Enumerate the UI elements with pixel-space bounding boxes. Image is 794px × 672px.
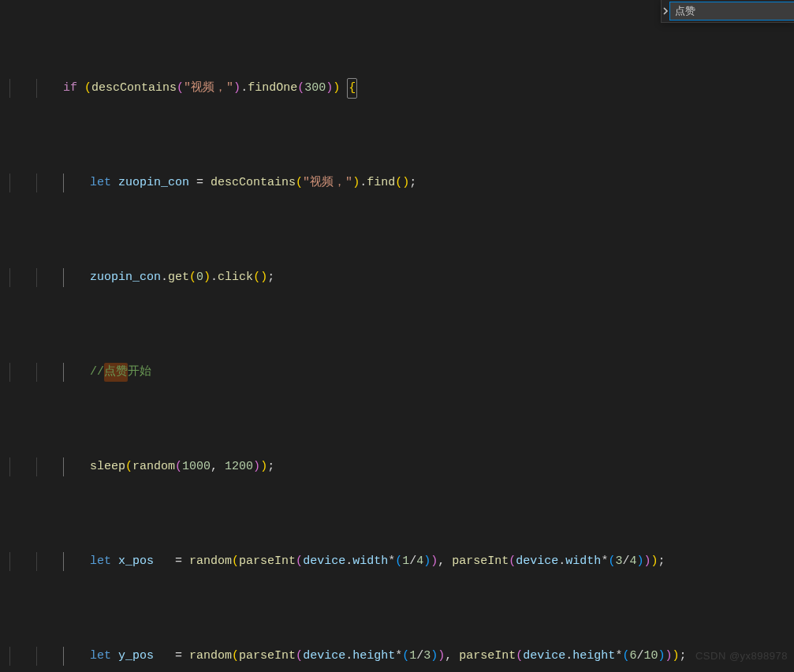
code-area[interactable]: if (descContains("视频，").findOne(300)) { … [9,0,794,672]
watermark: CSDN @yx898978 [695,647,788,666]
search-input[interactable] [669,2,794,21]
chevron-right-icon[interactable] [662,0,669,22]
find-widget[interactable]: A [661,0,794,23]
code-line: if (descContains("视频，").findOne(300)) { [9,79,794,98]
code-editor: A if (descContains("视频，").findOne(300)) … [0,0,794,672]
